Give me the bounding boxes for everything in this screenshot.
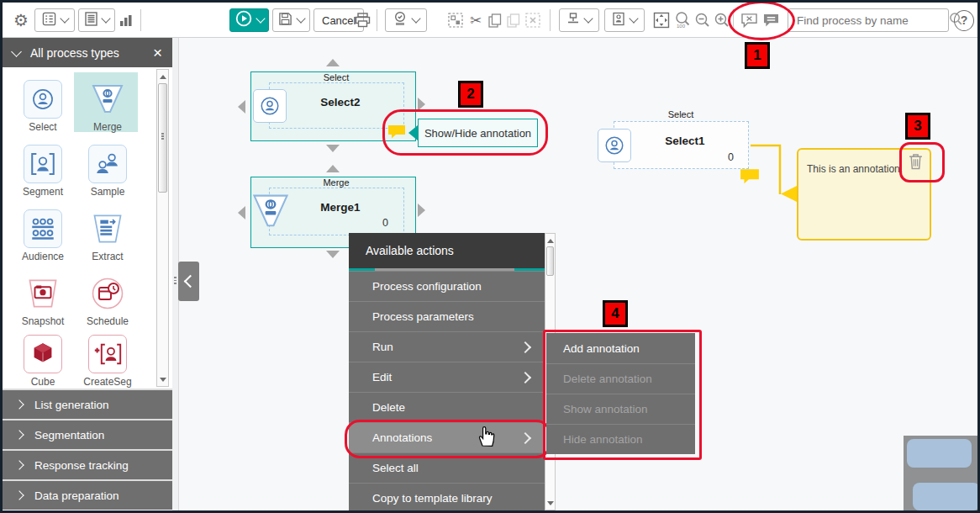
submenu-chevron-icon [519,371,531,383]
menu-scrollbar-thumb[interactable] [546,246,554,276]
save-dropdown-button[interactable] [272,8,310,32]
cut-icon[interactable]: ✂ [466,8,485,32]
menu-item-label: Process parameters [372,310,474,323]
chevron-down-icon [629,13,638,23]
palette-item-label: Sample [76,186,140,198]
org-chart-icon [612,12,625,29]
zoom-out-icon[interactable] [693,8,712,32]
copy-icon[interactable] [487,8,503,32]
align-dropdown-button[interactable] [559,8,599,32]
palette-item-label: Select [11,121,75,133]
log-dropdown-button[interactable] [78,8,115,32]
chevron-down-icon [583,13,593,23]
reports-chart-icon[interactable] [117,8,135,32]
menu-item-label: Delete [372,401,405,414]
close-icon[interactable]: × [153,45,162,61]
scroll-down-icon[interactable] [545,498,555,508]
merge1-arrow-left[interactable] [238,206,245,219]
palette-item-label: Snapshot [11,315,75,327]
chevron-down-icon [411,13,420,23]
chevron-down-icon [101,13,110,23]
corner-panel-block [907,439,972,468]
section-data-preparation[interactable]: Data preparation [3,479,172,510]
section-list-generation[interactable]: List generation [3,389,172,419]
search-input[interactable] [788,14,949,27]
menu-item-process-configuration[interactable]: Process configuration [349,271,545,301]
menu-item-process-parameters[interactable]: Process parameters [349,301,545,331]
select2-arrow-down[interactable] [326,145,340,152]
palette-item-snapshot[interactable]: Snapshot [11,274,75,327]
palette-item-label: Segment [11,186,75,198]
menu-item-run[interactable]: Run [349,331,545,362]
section-response-tracking[interactable]: Response tracking [3,449,172,479]
approvals-dropdown-button[interactable] [385,8,427,32]
merge1-arrow-down[interactable] [326,251,340,258]
sidebar-collapse-button[interactable] [178,262,199,301]
category-sections: List generation Segmentation Response tr… [3,389,172,510]
palette-scrollbar-thumb[interactable] [158,83,167,193]
palette-item-label: CreateSeg [76,376,140,388]
palette-title: All process types [30,46,119,60]
section-segmentation[interactable]: Segmentation [3,419,172,449]
menu-item-label: Process configuration [372,280,482,293]
annotation-toolbar-highlight-oval [728,1,795,40]
palette-item-extract[interactable]: Extract [76,209,140,262]
fit-to-window-icon[interactable] [651,8,671,32]
scroll-up-icon[interactable] [545,235,555,246]
palette-item-audience[interactable]: Audience [11,209,75,262]
window-border-left [0,0,3,513]
print-icon[interactable] [353,8,371,32]
corner-partial-panel [904,436,978,510]
scroll-down-icon[interactable] [157,374,168,384]
help-button[interactable]: ? [954,8,974,32]
section-label: List generation [34,399,109,411]
section-label: Data preparation [34,489,119,502]
scroll-up-icon[interactable] [157,71,168,82]
properties-dropdown-button[interactable] [34,8,75,32]
palette-item-createseg[interactable]: CreateSeg [76,335,140,388]
palette-scrollbar[interactable] [156,69,169,387]
menu-item-label: Edit [372,371,392,383]
palette-item-label: Audience [11,251,75,262]
tooltip-highlight-outline [382,109,548,156]
toolbar-separator [550,9,551,31]
palette-item-cube[interactable]: Cube [11,335,75,388]
menu-item-copy-to-template-library[interactable]: Copy to template library [349,483,545,513]
select1-count: 0 [728,151,734,163]
section-label: Segmentation [34,429,104,442]
merge1-arrow-right[interactable] [418,204,425,217]
palette-item-sample[interactable]: Sample [76,145,140,198]
zoom-100-icon[interactable]: 100 [673,8,693,32]
menu-header: Available actions [349,233,545,268]
menu-item-label: Select all [372,462,419,474]
palette-item-select[interactable]: Select [11,80,75,133]
palette-item-merge[interactable]: Merge [76,80,140,133]
menu-item-label: Run [372,341,393,353]
palette-item-schedule[interactable]: Schedule [76,274,140,327]
select2-arrow-left[interactable] [238,100,245,114]
palette-header[interactable]: All process types × [3,38,172,67]
select2-arrow-up[interactable] [326,59,340,66]
paste-icon[interactable] [505,8,522,32]
delete-selection-icon[interactable] [524,8,542,32]
palette-item-segment[interactable]: Segment [11,145,75,198]
chevron-right-icon [14,460,24,469]
select-all-icon[interactable] [446,8,465,32]
merge1-arrow-up[interactable] [326,165,340,172]
palette-item-label: Cube [11,376,75,388]
play-icon [235,10,252,30]
snapshot-process-icon [24,274,62,313]
find-process-search[interactable] [788,8,949,32]
trash-highlight-outline [899,142,945,182]
settings-gear-icon[interactable]: ⚙ [10,8,32,32]
cube-process-icon [24,335,62,373]
palette-item-label: Extract [76,251,140,262]
select1-annotation-bubble-icon[interactable] [740,168,760,188]
window-border-top [0,0,980,3]
createseg-process-icon [88,335,127,373]
layout-dropdown-button[interactable] [604,8,645,32]
run-button[interactable] [229,8,269,32]
annotations-item-highlight-outline [345,420,551,458]
menu-item-delete[interactable]: Delete [349,392,545,422]
menu-item-edit[interactable]: Edit [349,362,545,392]
